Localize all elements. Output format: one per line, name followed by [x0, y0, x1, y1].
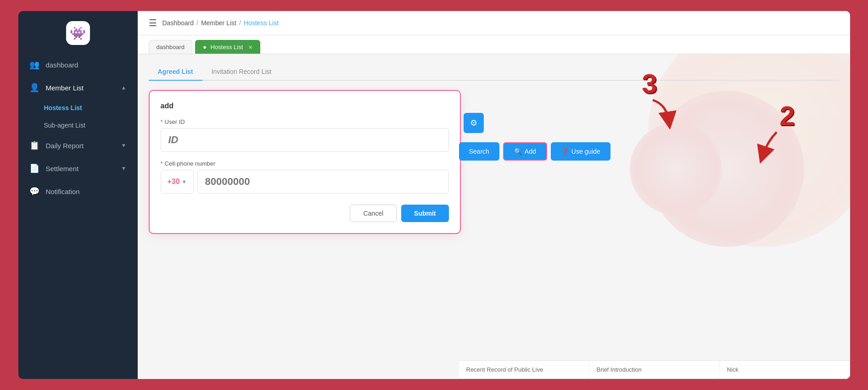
sidebar-label-daily-report: Daily Report	[46, 142, 115, 150]
app-logo-icon: 👾	[66, 21, 90, 45]
add-search-icon: 🔍	[514, 148, 522, 155]
breadcrumb-hostess-list[interactable]: Hostess List	[244, 19, 279, 27]
sidebar-label-member-list: Member List	[46, 84, 115, 92]
member-list-chevron: ▲	[121, 84, 127, 91]
tab-dashboard[interactable]: dashboard	[149, 40, 192, 54]
menu-icon[interactable]: ☰	[149, 17, 157, 28]
annotation-3: 3	[642, 68, 657, 100]
content-area: 3 2	[138, 54, 850, 379]
settlement-icon: 📄	[29, 163, 39, 173]
use-guide-button[interactable]: ❓ Use guide	[551, 142, 610, 161]
sidebar-sublabel-hostess: Hostess List	[44, 104, 82, 111]
breadcrumb-sep-1: /	[196, 19, 198, 27]
gear-icon: ⚙	[470, 118, 477, 128]
daily-report-chevron: ▼	[121, 142, 127, 149]
sub-tab-agreed-label: Agreed List	[158, 68, 193, 75]
sidebar: 👾 👥 dashboard 👤 Member List ▲ Hostess Li…	[18, 11, 138, 379]
user-id-label: * User ID	[161, 118, 449, 125]
settlement-chevron: ▼	[121, 165, 127, 172]
breadcrumb-sep-2: /	[239, 19, 241, 27]
sidebar-item-notification[interactable]: 💬 Notification	[18, 180, 138, 203]
use-guide-label: Use guide	[571, 148, 600, 155]
tab-hostess-list-label: Hostess List	[210, 44, 243, 50]
table-header-row: Recent Record of Public Live Brief Intro…	[459, 361, 850, 379]
sidebar-subitem-sub-agent[interactable]: Sub-agent List	[18, 117, 138, 134]
daily-report-icon: 📋	[29, 140, 39, 150]
sub-tab-invitation-record[interactable]: Invitation Record List	[202, 63, 281, 81]
gear-btn-container: ⚙	[464, 113, 484, 133]
table-col-recent: Recent Record of Public Live	[459, 361, 589, 379]
form-title: add	[161, 102, 449, 110]
cancel-button[interactable]: Cancel	[350, 205, 397, 222]
user-id-label-text: User ID	[165, 118, 185, 125]
member-list-icon: 👤	[29, 83, 39, 93]
sidebar-label-notification: Notification	[46, 188, 127, 195]
logo-emoji: 👾	[70, 26, 86, 41]
action-buttons-row: Search 🔍 Add ❓ Use guide	[459, 142, 610, 161]
sidebar-label-dashboard: dashboard	[46, 61, 127, 69]
sidebar-sublabel-subagent: Sub-agent List	[44, 122, 85, 129]
form-actions: Cancel Submit	[161, 205, 449, 222]
page-header: ☰ Dashboard / Member List / Hostess List	[138, 11, 850, 35]
table-area: Recent Record of Public Live Brief Intro…	[459, 360, 850, 379]
table-col-brief: Brief Introduction	[589, 361, 720, 379]
sidebar-label-settlement: Settlement	[46, 165, 115, 173]
breadcrumb-dashboard[interactable]: Dashboard	[162, 19, 194, 27]
sidebar-subitem-hostess-list[interactable]: Hostess List	[18, 99, 138, 117]
submit-button[interactable]: Submit	[401, 205, 448, 222]
cell-phone-label: * Cell-phone number	[161, 160, 449, 167]
cell-phone-label-text: Cell-phone number	[165, 160, 216, 167]
gear-settings-button[interactable]: ⚙	[464, 113, 484, 133]
breadcrumb-member-list[interactable]: Member List	[201, 19, 236, 27]
tab-dashboard-label: dashboard	[157, 44, 185, 50]
add-button-label: Add	[525, 148, 536, 155]
table-col-recent-label: Recent Record of Public Live	[466, 366, 543, 373]
arrow-2	[749, 128, 786, 164]
app-frame: 👾 👥 dashboard 👤 Member List ▲ Hostess Li…	[17, 9, 852, 381]
sidebar-item-member-list[interactable]: 👤 Member List ▲	[18, 76, 138, 99]
cell-phone-required-star: *	[161, 160, 163, 167]
country-code-value: +30	[168, 178, 180, 186]
annotation-2: 2	[779, 100, 795, 132]
tab-active-dot: ●	[203, 44, 207, 50]
dashboard-icon: 👥	[29, 60, 39, 70]
add-form-card: add * User ID * Cell-phone number	[149, 90, 461, 234]
main-content: ☰ Dashboard / Member List / Hostess List…	[138, 11, 850, 379]
add-button[interactable]: 🔍 Add	[503, 142, 547, 161]
cell-phone-field: * Cell-phone number +30 ▼	[161, 160, 449, 194]
country-code-chevron: ▼	[182, 179, 187, 184]
user-id-input[interactable]	[161, 128, 449, 152]
sidebar-item-daily-report[interactable]: 📋 Daily Report ▼	[18, 134, 138, 157]
sidebar-item-dashboard[interactable]: 👥 dashboard	[18, 53, 138, 76]
breadcrumb: Dashboard / Member List / Hostess List	[162, 19, 279, 27]
sidebar-logo: 👾	[18, 11, 138, 53]
tab-hostess-list[interactable]: ● Hostess List ✕	[195, 40, 260, 54]
table-col-nick: Nick	[720, 361, 850, 379]
country-code-selector[interactable]: +30 ▼	[161, 170, 194, 194]
phone-row: +30 ▼	[161, 170, 449, 194]
sidebar-item-settlement[interactable]: 📄 Settlement ▼	[18, 157, 138, 180]
table-col-brief-label: Brief Introduction	[597, 366, 642, 373]
notification-icon: 💬	[29, 186, 39, 196]
sub-tab-invitation-label: Invitation Record List	[212, 68, 272, 75]
tabs-bar: dashboard ● Hostess List ✕	[138, 35, 850, 54]
arrow-3	[644, 95, 680, 132]
sub-tab-agreed-list[interactable]: Agreed List	[149, 63, 202, 81]
table-col-nick-label: Nick	[727, 366, 739, 373]
user-id-required-star: *	[161, 118, 163, 125]
tab-close-icon[interactable]: ✕	[248, 45, 252, 50]
phone-number-input[interactable]	[197, 170, 449, 194]
search-button[interactable]: Search	[459, 142, 499, 161]
sub-tabs: Agreed List Invitation Record List	[149, 63, 839, 81]
guide-icon: ❓	[561, 148, 569, 155]
user-id-field: * User ID	[161, 118, 449, 152]
